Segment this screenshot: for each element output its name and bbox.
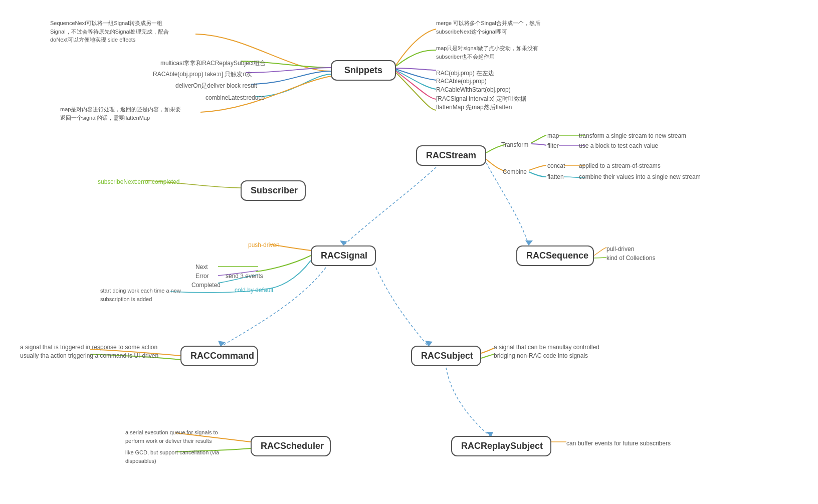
racsubject-node: RACSubject xyxy=(411,346,481,366)
racreplaysubject-buffer-label: can buffer events for future subscribers xyxy=(566,440,671,447)
snippet-multicast-label: multicast常常和RACReplaySubject组合 xyxy=(160,59,266,68)
snippet-flattenmap-label: flattenMap 先map然后flatten xyxy=(436,103,512,112)
raccommand-ui-label: usually tha action triggering a command … xyxy=(20,352,158,359)
racsignal-next-label: Next xyxy=(195,264,208,271)
racsequence-pull-label: pull-driven xyxy=(606,245,634,253)
racsignal-push-driven-label: push-driven xyxy=(248,241,280,248)
snippet-map-label: map是对内容进行处理，返回的还是内容，如果要 返回一个signal的话，需要f… xyxy=(60,105,181,122)
racsignal-cold-label: cold by default xyxy=(235,287,273,294)
snippet-deliveron-label: deliverOn是deliver block result xyxy=(175,82,257,90)
snippet-sequence-next-label: SequenceNext可以将一组Signal转换成另一组 Signal，不过会… xyxy=(50,19,169,44)
racstream-filter-label: filter xyxy=(547,142,559,149)
racscheduler-node: RACScheduler xyxy=(251,436,331,456)
snippet-merge-label: merge 可以将多个Singal合并成一个，然后 subscribeNext这… xyxy=(436,19,540,36)
racsignal-send3-label: send 3 events xyxy=(226,273,263,280)
racscheduler-serial-label: a serial execution queue for signals to … xyxy=(125,428,218,445)
snippet-racablewithstart-label: RACableWithStart(obj.prop) xyxy=(436,86,511,93)
mind-map: Snippets RACStream Subscriber RACSignal … xyxy=(0,0,818,504)
snippet-combinelatest-label: combineLatest:reduce xyxy=(206,94,265,101)
snippet-racable-take-label: RACAble(obj.prop) take:n] 只触发n次 xyxy=(153,70,252,79)
racsignal-error-label: Error xyxy=(195,273,209,280)
racsequence-collections-label: kind of Collections xyxy=(606,255,655,262)
racsignal-start-doing-label: start doing work each time a new subscri… xyxy=(100,287,181,303)
racstream-map-desc-label: transform a single stream to new stream xyxy=(579,132,686,139)
subscriber-next-error-label: subscribeNext:error:completed xyxy=(98,178,179,185)
racstream-transform-label: Transform xyxy=(501,141,528,148)
racstream-concat-label: concat xyxy=(547,162,565,169)
racsignal-node: RACSignal xyxy=(311,245,376,266)
racsequence-node: RACSequence xyxy=(516,245,594,266)
snippet-rac-prop-label: RAC(obj.prop) 在左边 xyxy=(436,69,494,78)
raccommand-node: RACCommand xyxy=(180,346,258,366)
snippets-node: Snippets xyxy=(331,60,396,81)
snippet-racsignal-interval-label: [RACSignal interval:x] 定时吐数据 xyxy=(436,95,526,103)
racstream-flatten-desc-label: combine their values into a single new s… xyxy=(579,173,701,180)
raccommand-signal-label: a signal that is triggered in response t… xyxy=(20,344,157,351)
racreplaysubject-node: RACReplaySubject xyxy=(451,436,551,456)
racstream-filter-desc-label: use a block to test each value xyxy=(579,142,658,149)
snippet-map-only-label: map只是对signal做了点小变动，如果没有 subscriber也不会起作用 xyxy=(436,44,538,61)
racstream-flatten-label: flatten xyxy=(547,173,564,180)
racstream-combine-label: Combine xyxy=(503,168,527,175)
snippet-racable-label: RACAble(obj.prop) xyxy=(436,78,487,85)
svg-marker-1 xyxy=(525,240,533,245)
racsignal-completed-label: Completed xyxy=(191,282,221,289)
subscriber-node: Subscriber xyxy=(241,180,306,201)
racstream-map-label: map xyxy=(547,132,559,139)
racscheduler-gcd-label: like GCD, but support cancellation (via … xyxy=(125,448,219,465)
racstream-node: RACStream xyxy=(416,145,486,166)
racstream-concat-desc-label: applied to a stream-of-streams xyxy=(579,162,661,169)
racsubject-bridging-label: bridging non-RAC code into signals xyxy=(494,352,588,359)
racsubject-manual-label: a signal that can be manullay controlled xyxy=(494,344,599,351)
connections-svg xyxy=(0,0,818,504)
